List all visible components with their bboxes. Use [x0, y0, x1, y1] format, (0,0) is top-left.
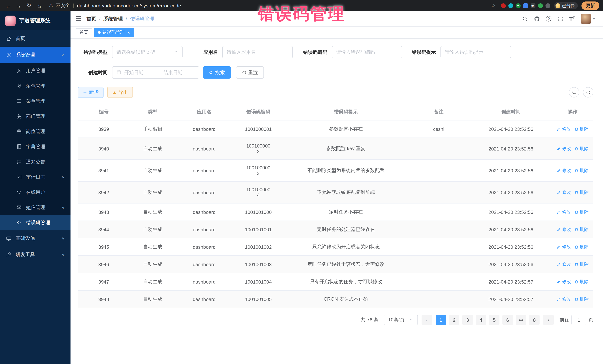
- sidebar-item-7[interactable]: 字典管理: [0, 139, 70, 154]
- edit-link[interactable]: 修改: [557, 278, 571, 285]
- message-icon: [16, 204, 22, 210]
- cell-code: 1001001005: [232, 290, 284, 308]
- help-icon[interactable]: ?: [546, 16, 552, 22]
- page-button-5[interactable]: 5: [489, 315, 499, 325]
- page-size-select[interactable]: 10条/页: [384, 315, 418, 325]
- github-icon[interactable]: [534, 16, 540, 22]
- search-button[interactable]: 搜索: [203, 66, 231, 78]
- sidebar-item-4[interactable]: 菜单管理: [0, 93, 70, 109]
- app-name-input[interactable]: [227, 49, 288, 55]
- edit-link[interactable]: 修改: [557, 167, 571, 174]
- error-type-select[interactable]: 请选择错误码类型: [112, 46, 183, 58]
- sidebar-item-2[interactable]: 用户管理: [0, 63, 70, 78]
- refresh-icon[interactable]: [583, 87, 593, 98]
- tab-0[interactable]: 首页: [76, 28, 92, 37]
- user-menu[interactable]: ▾: [581, 13, 595, 24]
- next-page-button[interactable]: ›: [543, 315, 554, 325]
- delete-link[interactable]: 删除: [575, 261, 589, 267]
- delete-link[interactable]: 删除: [575, 145, 589, 152]
- page-button-2[interactable]: 2: [449, 315, 459, 325]
- cell-created: 2021-04-20 23:52:57: [470, 290, 552, 308]
- delete-link[interactable]: 删除: [575, 167, 589, 174]
- delete-link[interactable]: 删除: [575, 126, 589, 132]
- sidebar-item-9[interactable]: 审计日志∨: [0, 169, 70, 185]
- breadcrumb-system[interactable]: 系统管理: [104, 15, 123, 22]
- date-range-picker[interactable]: 开始日期 - 结束日期: [112, 66, 199, 78]
- sidebar-item-14[interactable]: 研发工具∨: [0, 246, 70, 263]
- page-button-4[interactable]: 4: [476, 315, 486, 325]
- sidebar-item-8[interactable]: 通知公告: [0, 154, 70, 169]
- page-button-8[interactable]: 8: [529, 315, 540, 325]
- extension-dark-icon[interactable]: [545, 3, 550, 8]
- extension-teal-icon[interactable]: [508, 3, 513, 8]
- hamburger-icon[interactable]: ☰: [76, 15, 81, 22]
- total-count: 共 76 条: [361, 317, 379, 323]
- home-icon[interactable]: ⌂: [35, 1, 44, 10]
- edit-link[interactable]: 修改: [557, 189, 571, 196]
- edit-link[interactable]: 修改: [557, 244, 571, 250]
- edit-link[interactable]: 修改: [557, 126, 571, 132]
- prev-page-button[interactable]: ‹: [422, 315, 432, 325]
- sidebar-item-5[interactable]: 部门管理: [0, 109, 70, 124]
- page-button-3[interactable]: 3: [462, 315, 473, 325]
- edit-link[interactable]: 修改: [557, 209, 571, 215]
- reset-button[interactable]: 重置: [236, 66, 264, 78]
- back-icon[interactable]: ←: [4, 1, 13, 10]
- tab-1[interactable]: 错误码管理×: [94, 28, 134, 37]
- sidebar-item-1[interactable]: 系统管理∧: [0, 47, 70, 63]
- error-hint-input[interactable]: [445, 49, 507, 55]
- breadcrumb-separator: /: [126, 16, 127, 22]
- delete-link[interactable]: 删除: [575, 296, 589, 302]
- breadcrumb-separator: /: [99, 16, 101, 22]
- delete-link[interactable]: 删除: [575, 226, 589, 232]
- breadcrumb-home[interactable]: 首页: [87, 15, 96, 22]
- close-icon[interactable]: ×: [127, 30, 130, 35]
- content: 错误码类型 请选择错误码类型 应用名 错误码编码: [70, 39, 603, 364]
- sidebar-item-label: 菜单管理: [26, 98, 65, 104]
- paused-badge[interactable]: 已暂停: [554, 2, 578, 9]
- extension-red-icon[interactable]: [501, 3, 506, 8]
- export-button[interactable]: 导出: [107, 87, 133, 98]
- chevron-down-icon: ∨: [62, 253, 65, 256]
- forward-icon[interactable]: →: [14, 1, 23, 10]
- url-bar[interactable]: ⚠ 不安全 | dashboard.yudao.iocoder.cn/syste…: [45, 2, 488, 9]
- fullscreen-icon[interactable]: [557, 16, 564, 22]
- tab-dot: [98, 31, 101, 34]
- error-code-input[interactable]: [336, 49, 398, 55]
- sidebar-item-6[interactable]: 岗位管理: [0, 124, 70, 139]
- edit-link[interactable]: 修改: [557, 296, 571, 302]
- sidebar-item-11[interactable]: 短信管理∨: [0, 200, 70, 215]
- sidebar-item-12[interactable]: 错误码管理: [0, 215, 70, 230]
- goto-page-input[interactable]: [571, 315, 586, 325]
- page-button-6[interactable]: 6: [502, 315, 513, 325]
- extension-blue-grid-icon[interactable]: [523, 3, 528, 8]
- font-size-icon[interactable]: TT: [569, 16, 575, 22]
- delete-link[interactable]: 删除: [575, 244, 589, 250]
- delete-link[interactable]: 删除: [575, 189, 589, 196]
- delete-link[interactable]: 删除: [575, 278, 589, 285]
- extension-green-v-icon[interactable]: V: [516, 3, 521, 8]
- edit-link[interactable]: 修改: [557, 145, 571, 152]
- search-icon[interactable]: [522, 16, 528, 22]
- edit-link[interactable]: 修改: [557, 226, 571, 232]
- reload-icon[interactable]: ↻: [24, 1, 33, 10]
- page-button-1[interactable]: 1: [436, 315, 446, 325]
- delete-link[interactable]: 删除: [575, 209, 589, 215]
- logo-image: [5, 16, 16, 26]
- sidebar-item-3[interactable]: 角色管理: [0, 78, 70, 93]
- sidebar-item-13[interactable]: 基础设施∨: [0, 230, 70, 246]
- sidebar-item-0[interactable]: 首页: [0, 30, 70, 47]
- cell-remark: [408, 138, 470, 160]
- code-icon: [16, 220, 22, 226]
- edit-link[interactable]: 修改: [557, 261, 571, 267]
- bookmark-star-icon[interactable]: ☆: [491, 3, 496, 9]
- extension-green-icon[interactable]: [538, 3, 543, 8]
- sidebar-item-10[interactable]: 在线用户: [0, 185, 70, 200]
- toggle-search-icon[interactable]: [569, 87, 579, 98]
- update-button[interactable]: 更新: [581, 1, 599, 10]
- cell-created: 2021-04-20 23:52:57: [470, 273, 552, 290]
- extension-on-badge-icon[interactable]: on: [531, 3, 535, 8]
- more-pages-button[interactable]: •••: [516, 315, 526, 325]
- add-button[interactable]: 新增: [78, 87, 104, 98]
- logo-row[interactable]: 芋道管理系统: [0, 11, 70, 30]
